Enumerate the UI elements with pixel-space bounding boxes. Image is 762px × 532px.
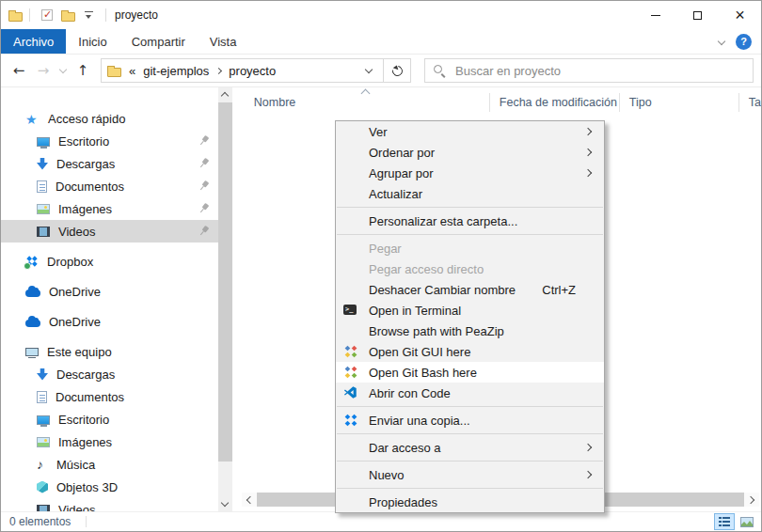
sidebar-scrollbar[interactable] xyxy=(218,87,232,511)
sidebar-item-label: Documentos xyxy=(56,390,124,404)
menu-item-label: Abrir con Code xyxy=(369,386,451,400)
scroll-left-arrow-icon[interactable] xyxy=(242,493,256,507)
explorer-window: proyecto Archivo Inicio Compartir Vista … xyxy=(0,0,762,532)
sidebar-item-dropbox[interactable]: Dropbox xyxy=(1,250,224,273)
menu-item-label: Pegar acceso directo xyxy=(369,262,484,276)
expand-ribbon-chevron-icon[interactable] xyxy=(718,38,725,45)
sidebar-item-videos-pc[interactable]: Videos xyxy=(1,498,224,511)
sidebar-item-escritorio-pc[interactable]: Escritorio xyxy=(1,408,224,430)
qat-properties-button[interactable] xyxy=(37,5,57,25)
items-count: 0 elementos xyxy=(9,515,71,528)
menu-separator xyxy=(337,433,603,434)
sidebar-item-videos[interactable]: Videos xyxy=(1,220,224,243)
sidebar-item-este-equipo[interactable]: Este equipo xyxy=(1,340,224,363)
column-header-fecha[interactable]: Fecha de modificación xyxy=(489,93,619,112)
qat-new-folder-button[interactable] xyxy=(57,5,78,25)
menu-item-label: Personalizar esta carpeta... xyxy=(369,214,517,228)
breadcrumb-segment[interactable]: proyecto xyxy=(229,64,276,78)
menu-item-label: Actualizar xyxy=(369,187,422,201)
scroll-up-arrow-icon[interactable] xyxy=(218,87,232,102)
sidebar-item-escritorio[interactable]: Escritorio xyxy=(1,130,224,152)
breadcrumb[interactable]: « git-ejemplos proyecto xyxy=(102,59,383,82)
sidebar-item-onedrive-2[interactable]: OneDrive xyxy=(1,310,224,333)
menu-item-propiedades[interactable]: Propiedades xyxy=(336,492,604,512)
git-icon xyxy=(343,344,358,359)
menu-item-label: Dar acceso a xyxy=(369,441,441,455)
column-header-tipo[interactable]: Tipo xyxy=(619,93,738,112)
sidebar-item-label: OneDrive xyxy=(49,285,101,299)
videos-icon xyxy=(37,505,50,512)
breadcrumb-chevron-icon[interactable] xyxy=(215,67,222,73)
sidebar-item-onedrive-1[interactable]: OneDrive xyxy=(1,280,224,303)
tab-vista[interactable]: Vista xyxy=(198,29,249,54)
sidebar-item-label: Música xyxy=(56,458,95,472)
thumbnails-view-button[interactable] xyxy=(737,513,757,530)
menu-item-ordenar-por[interactable]: Ordenar por xyxy=(336,142,604,163)
sidebar-item-descargas[interactable]: Descargas xyxy=(1,152,224,175)
sidebar-item-acceso-rapido[interactable]: Acceso rápido xyxy=(1,107,224,130)
back-button[interactable] xyxy=(7,58,31,83)
menu-item-label: Ver xyxy=(369,125,388,139)
sidebar-item-documentos[interactable]: Documentos xyxy=(1,175,224,197)
pictures-icon xyxy=(37,437,50,447)
sidebar-item-documentos-pc[interactable]: Documentos xyxy=(1,385,224,408)
menu-item-open-in-terminal[interactable]: Open in Terminal xyxy=(336,300,604,321)
sidebar-item-imagenes-pc[interactable]: Imágenes xyxy=(1,430,224,453)
scroll-down-arrow-icon[interactable] xyxy=(218,497,232,511)
menu-separator xyxy=(337,207,603,208)
details-view-button[interactable] xyxy=(714,513,735,530)
sidebar-item-label: Acceso rápido xyxy=(48,112,125,126)
address-dropdown-chevron-icon[interactable] xyxy=(365,66,373,73)
window-controls xyxy=(634,1,761,29)
menu-item-open-git-gui-here[interactable]: Open Git GUI here xyxy=(336,341,604,362)
sidebar-item-musica[interactable]: Música xyxy=(1,453,224,476)
quick-access-star-icon xyxy=(25,113,40,125)
tab-archivo[interactable]: Archivo xyxy=(1,29,66,54)
scrollbar-thumb[interactable] xyxy=(218,102,232,462)
breadcrumb-collapsed-marker[interactable]: « xyxy=(129,64,135,78)
search-box[interactable] xyxy=(424,58,754,83)
tab-compartir[interactable]: Compartir xyxy=(119,29,198,54)
minimize-button[interactable] xyxy=(634,1,676,29)
forward-button[interactable] xyxy=(31,58,56,83)
sidebar-item-label: Este equipo xyxy=(47,345,112,359)
search-input[interactable] xyxy=(453,63,745,79)
menu-item-actualizar[interactable]: Actualizar xyxy=(336,183,604,204)
column-header-tamano[interactable]: Ta xyxy=(738,93,761,112)
recent-locations-button[interactable] xyxy=(56,58,71,83)
menu-item-enviar-una-copia[interactable]: Enviar una copia... xyxy=(336,410,604,430)
maximize-button[interactable] xyxy=(676,1,719,29)
menu-item-browse-path-with-peazip[interactable]: Browse path with PeaZip xyxy=(336,321,604,341)
menu-item-agrupar-por[interactable]: Agrupar por xyxy=(336,163,604,183)
menu-item-ver[interactable]: Ver xyxy=(336,121,604,142)
menu-item-open-git-bash-here[interactable]: Open Git Bash here xyxy=(336,362,604,383)
properties-check-icon xyxy=(41,9,53,21)
close-button[interactable] xyxy=(719,1,761,29)
sidebar-item-descargas-pc[interactable]: Descargas xyxy=(1,363,224,385)
divider xyxy=(86,516,87,527)
menu-item-deshacer-cambiar-nombre[interactable]: Deshacer Cambiar nombre Ctrl+Z xyxy=(336,279,604,300)
menu-item-abrir-con-code[interactable]: Abrir con Code xyxy=(336,383,604,403)
sidebar-item-imagenes[interactable]: Imágenes xyxy=(1,197,224,220)
navigation-pane: Acceso rápido Escritorio Descargas Docum… xyxy=(1,87,232,511)
qat-customize-button[interactable] xyxy=(78,5,99,25)
submenu-chevron-icon xyxy=(584,169,592,177)
pin-icon xyxy=(196,156,211,171)
sidebar-item-objetos-3d[interactable]: Objetos 3D xyxy=(1,476,224,498)
menu-item-label: Open Git Bash here xyxy=(369,366,477,380)
menu-item-label: Deshacer Cambiar nombre xyxy=(369,283,516,297)
help-icon[interactable] xyxy=(736,34,752,50)
menu-item-dar-acceso-a[interactable]: Dar acceso a xyxy=(336,437,604,458)
dropbox-icon xyxy=(343,413,358,428)
scroll-right-arrow-icon[interactable] xyxy=(745,493,759,507)
address-bar[interactable]: « git-ejemplos proyecto xyxy=(101,58,411,83)
sidebar-item-label: Videos xyxy=(58,503,96,512)
menu-item-nuevo[interactable]: Nuevo xyxy=(336,464,604,485)
menu-item-personalizar-carpeta[interactable]: Personalizar esta carpeta... xyxy=(336,211,604,231)
refresh-button[interactable] xyxy=(383,59,410,82)
up-button[interactable] xyxy=(71,58,95,83)
tab-inicio[interactable]: Inicio xyxy=(66,29,119,54)
column-header-nombre[interactable]: Nombre xyxy=(232,93,489,112)
divider xyxy=(29,8,30,22)
breadcrumb-segment[interactable]: git-ejemplos xyxy=(143,64,209,78)
